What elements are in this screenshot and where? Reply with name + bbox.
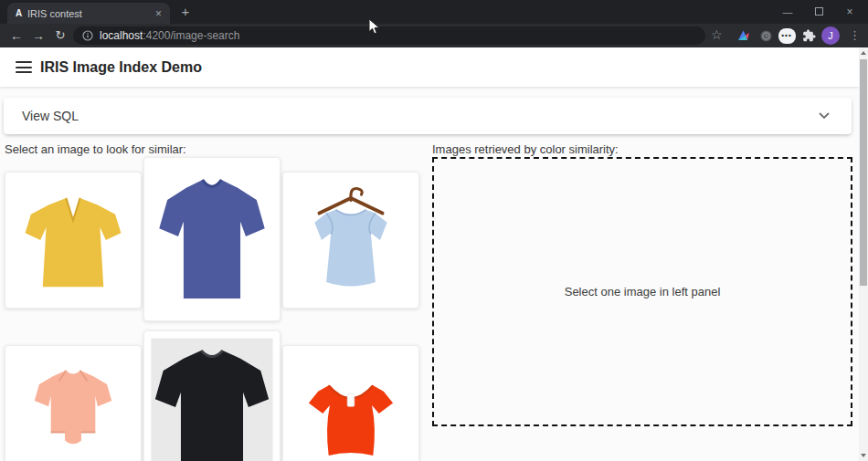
extensions-puzzle-icon[interactable]	[799, 27, 818, 44]
product-image-peach-onesie	[15, 355, 132, 461]
page-scrollbar[interactable]	[859, 47, 868, 461]
view-sql-expansion-panel[interactable]: View SQL	[4, 98, 852, 134]
scrollbar-up-arrow[interactable]	[861, 51, 866, 55]
address-bar[interactable]: localhost:4200/image-search	[73, 26, 705, 45]
product-card-black-tshirt[interactable]	[143, 330, 281, 461]
scrollbar-thumb[interactable]	[860, 59, 867, 286]
window-maximize-button[interactable]	[804, 0, 833, 24]
tab-close-icon[interactable]: ×	[155, 8, 162, 19]
dots-pill: •••	[778, 28, 796, 44]
maximize-icon	[815, 7, 823, 16]
product-card-peach-onesie[interactable]	[5, 345, 142, 461]
left-panel-label: Select an image to look for similar:	[5, 142, 186, 156]
page-title: IRIS Image Index Demo	[40, 59, 202, 76]
new-tab-button[interactable]: +	[177, 4, 194, 20]
forward-button[interactable]: →	[30, 28, 47, 43]
browser-window: A IRIS contest × + — × ← → ↻ localhost:4…	[0, 0, 868, 461]
browser-toolbar: ← → ↻ localhost:4200/image-search ☆	[0, 24, 868, 47]
app-header: IRIS Image Index Demo	[0, 47, 859, 87]
url-path: :4200/image-search	[143, 29, 239, 42]
page-info-icon[interactable]	[82, 30, 93, 41]
product-card-orange-crop-top[interactable]	[282, 345, 419, 461]
product-card-yellow-vneck-top[interactable]	[5, 172, 142, 309]
product-image-blue-tshirt	[144, 158, 280, 320]
product-image-black-tshirt	[144, 331, 280, 461]
product-image-orange-crop-top	[292, 355, 409, 461]
extension-more-dots-icon[interactable]: •••	[778, 27, 796, 44]
scrollbar-down-arrow[interactable]	[861, 454, 866, 457]
product-card-lightblue-blouse[interactable]	[282, 172, 419, 309]
browser-tab[interactable]: A IRIS contest ×	[7, 3, 170, 24]
product-image-yellow-vneck-top	[15, 182, 132, 299]
back-button[interactable]: ←	[8, 28, 25, 43]
profile-avatar[interactable]: J	[821, 26, 840, 45]
chevron-down-icon[interactable]	[819, 112, 830, 120]
results-drop-area: Select one image in left panel	[432, 157, 852, 426]
view-sql-label: View SQL	[22, 109, 819, 123]
reload-button[interactable]: ↻	[52, 28, 69, 43]
url-host: localhost	[100, 29, 143, 42]
window-minimize-button[interactable]: —	[773, 0, 802, 24]
product-card-blue-tshirt[interactable]	[143, 157, 281, 321]
hamburger-menu-icon[interactable]	[16, 61, 32, 73]
tab-favicon-icon: A	[16, 8, 27, 18]
tab-title: IRIS contest	[27, 8, 155, 19]
window-close-button[interactable]: ×	[835, 0, 864, 24]
bookmark-star-icon[interactable]: ☆	[711, 27, 723, 42]
results-empty-message: Select one image in left panel	[565, 285, 721, 299]
browser-menu-icon[interactable]: ⋮	[849, 27, 861, 44]
url-text: localhost:4200/image-search	[100, 29, 239, 42]
mouse-cursor	[368, 18, 380, 39]
right-panel-label: Images retrieved by color similarity:	[432, 142, 619, 156]
browser-titlebar: A IRIS contest × + — ×	[0, 0, 868, 24]
extension-clock-icon[interactable]	[757, 27, 775, 44]
product-image-lightblue-blouse	[292, 182, 409, 299]
app-page: IRIS Image Index Demo View SQL Select an…	[0, 47, 859, 461]
extension-colorful-icon[interactable]	[735, 27, 753, 44]
